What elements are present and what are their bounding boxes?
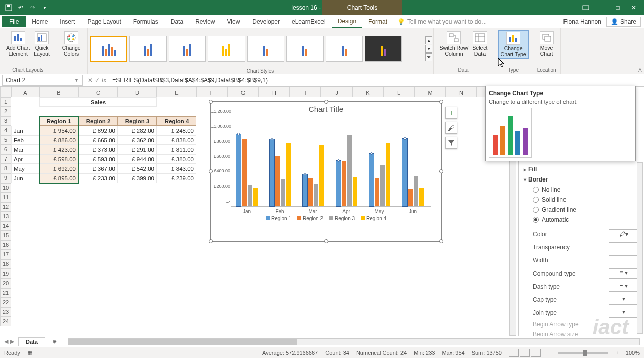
close-icon[interactable]: ✕ — [627, 2, 641, 13]
chart-bar[interactable] — [303, 174, 307, 206]
fill-section[interactable]: Fill — [524, 164, 639, 174]
chart-bar[interactable] — [281, 179, 285, 206]
column-header[interactable]: D — [118, 87, 157, 97]
select-data-button[interactable]: Select Data — [470, 30, 489, 58]
chart-styles-gallery[interactable] — [88, 30, 425, 67]
row-header[interactable]: 20 — [0, 279, 11, 288]
style-thumb-1[interactable] — [90, 36, 127, 62]
cell[interactable]: Region 2 — [78, 116, 118, 126]
change-chart-type-button[interactable]: Change Chart Type — [498, 30, 529, 59]
chart-bar[interactable] — [286, 143, 291, 206]
tab-data[interactable]: Data — [165, 16, 189, 27]
column-header[interactable]: E — [157, 87, 196, 97]
zoom-out-icon[interactable]: − — [548, 350, 551, 356]
column-header[interactable]: F — [196, 87, 227, 97]
sheet-nav-next-icon[interactable]: ▶ — [10, 338, 14, 345]
chart-bar[interactable] — [248, 185, 252, 206]
cell[interactable]: £ 954.00 — [39, 126, 78, 135]
tab-home[interactable]: Home — [26, 16, 54, 27]
column-header[interactable]: N — [446, 87, 477, 97]
row-header[interactable]: 3 — [0, 116, 11, 126]
cell[interactable]: £ 895.00 — [39, 173, 78, 183]
style-thumb-7[interactable] — [326, 36, 363, 62]
chart-bar[interactable] — [353, 177, 357, 206]
gallery-down-icon[interactable]: ▾ — [425, 45, 432, 53]
cap-dropdown[interactable]: ▾ — [609, 295, 639, 305]
move-chart-button[interactable]: Move Chart — [538, 30, 556, 58]
select-all-corner[interactable] — [0, 87, 11, 97]
row-header[interactable]: 22 — [0, 298, 11, 307]
chart-filters-button[interactable] — [445, 137, 457, 149]
cell[interactable]: £ 843.00 — [157, 164, 196, 173]
save-icon[interactable] — [4, 3, 13, 12]
cell[interactable]: £ 373.00 — [78, 145, 118, 154]
row-header[interactable]: 5 — [0, 135, 11, 145]
row-header[interactable]: 13 — [0, 212, 11, 221]
chart-bar[interactable] — [369, 154, 374, 206]
chart-bar[interactable] — [236, 134, 241, 206]
row-header[interactable]: 18 — [0, 259, 11, 269]
chart-bar[interactable] — [414, 176, 418, 206]
fx-icon[interactable]: fx — [102, 77, 106, 84]
cell[interactable]: Feb — [11, 135, 39, 145]
radio-gradient-line[interactable]: Gradient line — [524, 205, 639, 215]
change-colors-button[interactable]: Change Colors — [60, 30, 83, 58]
row-header[interactable]: 21 — [0, 288, 11, 298]
embedded-chart[interactable]: Chart Title £-£200.00£400.00£600.00£800.… — [210, 101, 442, 242]
undo-icon[interactable]: ↶ — [16, 3, 25, 12]
tab-elearn[interactable]: eLearnExcel — [286, 16, 332, 27]
chart-bar[interactable] — [386, 143, 390, 206]
gallery-more-icon[interactable]: ⏷ — [425, 53, 432, 61]
redo-icon[interactable]: ↷ — [28, 3, 37, 12]
chart-bar[interactable] — [336, 161, 341, 206]
cell[interactable]: £ 593.00 — [78, 154, 118, 164]
chart-bar[interactable] — [380, 165, 385, 206]
row-header[interactable]: 4 — [0, 126, 11, 135]
cell[interactable]: £ 692.00 — [39, 164, 78, 173]
cell[interactable]: £ 542.00 — [118, 164, 157, 173]
radio-solid-line[interactable]: Solid line — [524, 195, 639, 205]
page-break-view-icon[interactable] — [531, 349, 541, 357]
tell-me-input[interactable]: 💡Tell me what you want to do... — [393, 18, 563, 25]
chart-bar[interactable] — [308, 178, 313, 206]
tab-insert[interactable]: Insert — [54, 16, 81, 27]
column-header[interactable]: I — [290, 87, 321, 97]
switch-row-column-button[interactable]: Switch Row/ Column — [438, 30, 471, 58]
chart-bar[interactable] — [347, 135, 352, 206]
tab-review[interactable]: Review — [189, 16, 221, 27]
ribbon-options-icon[interactable] — [579, 2, 593, 13]
panel-scrollbar[interactable] — [637, 162, 643, 334]
cell[interactable]: £ 423.00 — [39, 145, 78, 154]
new-sheet-button[interactable]: ⊕ — [45, 337, 64, 346]
radio-automatic[interactable]: Automatic — [524, 215, 639, 225]
cell[interactable]: £ 282.00 — [118, 126, 157, 135]
cell[interactable]: £ 944.00 — [118, 154, 157, 164]
row-header[interactable]: 7 — [0, 154, 11, 164]
dash-dropdown[interactable]: ┅ ▾ — [609, 282, 639, 292]
add-chart-element-button[interactable]: Add Chart Element — [4, 30, 32, 58]
tab-design[interactable]: Design — [332, 16, 362, 28]
row-header[interactable]: 24 — [0, 317, 11, 326]
chart-bar[interactable] — [314, 184, 318, 206]
row-header[interactable]: 14 — [0, 221, 11, 231]
minimize-icon[interactable]: — — [595, 2, 609, 13]
cell[interactable]: £ 248.00 — [157, 126, 196, 135]
chart-bar[interactable] — [408, 189, 413, 206]
border-section[interactable]: Border — [524, 174, 639, 185]
tab-developer[interactable]: Developer — [246, 16, 286, 27]
color-picker[interactable]: 🖍▾ — [609, 229, 639, 239]
row-header[interactable]: 10 — [0, 183, 11, 193]
user-name[interactable]: Fiona Hannon — [564, 18, 606, 25]
cell[interactable]: £ 239.00 — [157, 173, 196, 183]
chart-elements-button[interactable]: + — [445, 107, 457, 119]
zoom-level[interactable]: 100% — [626, 350, 640, 356]
column-header[interactable]: H — [259, 87, 290, 97]
chart-styles-button[interactable]: 🖌 — [445, 122, 457, 134]
row-header[interactable]: 9 — [0, 173, 11, 183]
column-header[interactable]: L — [383, 87, 415, 97]
style-thumb-3[interactable] — [169, 36, 206, 62]
cell[interactable]: £ 399.00 — [118, 173, 157, 183]
column-header[interactable]: A — [11, 87, 39, 97]
row-header[interactable]: 2 — [0, 107, 11, 116]
page-layout-view-icon[interactable] — [520, 349, 530, 357]
